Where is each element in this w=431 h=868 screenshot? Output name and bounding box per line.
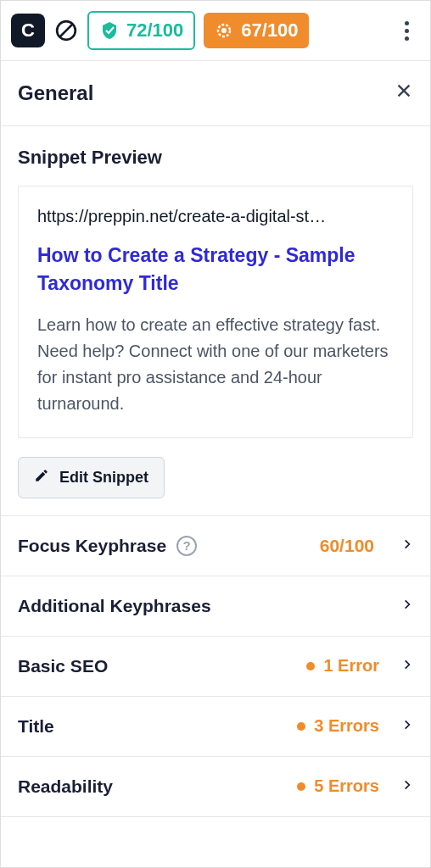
row-label: Title <box>18 716 54 737</box>
row-focus-keyphrase[interactable]: Focus Keyphrase ? 60/100 <box>1 515 430 576</box>
focus-keyphrase-score: 60/100 <box>320 536 374 556</box>
error-badge: 1 Error <box>306 656 379 676</box>
row-readability[interactable]: Readability 5 Errors <box>1 756 430 817</box>
score-orange-pill[interactable]: 67/100 <box>204 13 308 48</box>
chevron-right-icon <box>401 655 413 677</box>
snippet-preview-section: Snippet Preview https://preppin.net/crea… <box>1 126 430 515</box>
error-count: 1 Error <box>323 656 379 676</box>
chevron-right-icon <box>401 776 413 798</box>
error-badge: 3 Errors <box>297 716 379 736</box>
close-icon[interactable] <box>395 81 413 105</box>
row-label: Focus Keyphrase <box>18 536 166 556</box>
status-dot-icon <box>297 722 305 731</box>
section-title: General <box>18 81 93 105</box>
status-dot-icon <box>297 782 305 791</box>
snippet-title: How to Create a Strategy - Sample Taxono… <box>37 242 394 298</box>
row-label: Additional Keyphrases <box>18 596 211 616</box>
row-label: Readability <box>18 776 113 797</box>
score-green-pill[interactable]: 72/100 <box>87 11 195 50</box>
chevron-right-icon <box>401 535 413 557</box>
svg-line-1 <box>59 24 72 36</box>
snippet-box: https://preppin.net/create-a-digital-st…… <box>18 186 413 438</box>
status-dot-icon <box>306 662 315 670</box>
more-menu-button[interactable] <box>393 21 420 41</box>
app-logo: C <box>11 14 45 47</box>
check-shield-icon <box>99 20 120 41</box>
app-header: C 72/100 67/100 <box>1 1 430 61</box>
row-basic-seo[interactable]: Basic SEO 1 Error <box>1 636 430 696</box>
edit-snippet-label: Edit Snippet <box>59 469 148 487</box>
edit-snippet-button[interactable]: Edit Snippet <box>18 457 165 498</box>
snippet-description: Learn how to create an effective strateg… <box>37 312 394 417</box>
chevron-right-icon <box>401 595 413 617</box>
snippet-url: https://preppin.net/create-a-digital-st… <box>37 207 394 226</box>
pencil-icon <box>34 468 49 487</box>
error-count: 3 Errors <box>314 716 379 736</box>
disabled-icon[interactable] <box>53 18 79 43</box>
snippet-heading: Snippet Preview <box>18 147 413 169</box>
score-orange-value: 67/100 <box>241 19 298 42</box>
row-title[interactable]: Title 3 Errors <box>1 696 430 756</box>
error-count: 5 Errors <box>314 776 379 796</box>
error-badge: 5 Errors <box>297 776 379 796</box>
row-label: Basic SEO <box>18 656 108 676</box>
svg-point-3 <box>221 28 227 33</box>
section-header: General <box>1 61 430 126</box>
gear-badge-icon <box>214 20 234 41</box>
chevron-right-icon <box>401 715 413 737</box>
row-additional-keyphrases[interactable]: Additional Keyphrases <box>1 576 430 636</box>
score-green-value: 72/100 <box>126 19 183 42</box>
help-icon[interactable]: ? <box>176 536 197 556</box>
